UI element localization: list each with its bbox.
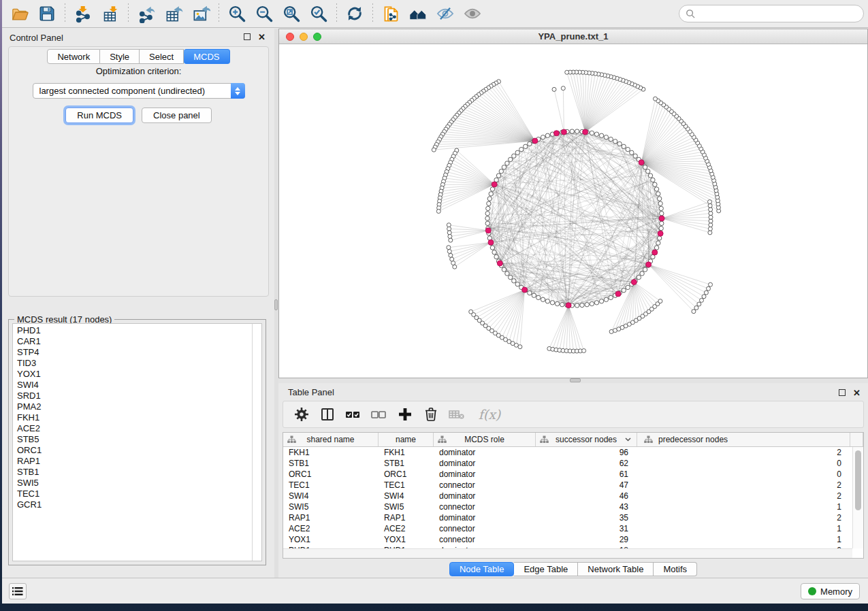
graph-node[interactable]: [707, 286, 711, 291]
cell-MCDS-role[interactable]: connector: [434, 534, 536, 545]
add-column-icon[interactable]: [393, 404, 417, 425]
graph-node[interactable]: [490, 187, 494, 191]
graph-node[interactable]: [552, 87, 556, 91]
graph-node[interactable]: [604, 135, 608, 139]
graph-node[interactable]: [613, 139, 617, 144]
optimization-criterion-select[interactable]: largest connected component (undirected): [33, 83, 245, 99]
mcds-node[interactable]: [561, 129, 566, 135]
result-node-item[interactable]: RAP1: [17, 456, 261, 467]
graph-node[interactable]: [512, 279, 516, 283]
run-mcds-button[interactable]: Run MCDS: [65, 108, 133, 123]
graph-node[interactable]: [609, 137, 613, 141]
graph-node[interactable]: [590, 131, 594, 135]
scrollbar-thumb[interactable]: [855, 450, 861, 510]
tab-edge-table[interactable]: Edge Table: [514, 562, 578, 576]
result-node-item[interactable]: SWI4: [17, 380, 261, 391]
table-row[interactable]: SWI5SWI5connector431: [283, 501, 852, 512]
result-node-item[interactable]: STP4: [17, 347, 261, 358]
graph-node[interactable]: [694, 306, 698, 310]
graph-node[interactable]: [447, 227, 451, 231]
result-node-item[interactable]: TEC1: [17, 489, 261, 499]
mcds-node[interactable]: [631, 280, 637, 285]
tab-network-table[interactable]: Network Table: [578, 562, 654, 576]
cell-MCDS-role[interactable]: dominator: [434, 491, 536, 501]
cell-MCDS-role[interactable]: connector: [434, 523, 536, 534]
graph-node[interactable]: [604, 297, 608, 301]
mcds-node[interactable]: [652, 250, 658, 255]
graph-node[interactable]: [658, 299, 662, 303]
graph-node[interactable]: [528, 142, 532, 146]
result-node-item[interactable]: PHD1: [17, 325, 261, 336]
graph-node[interactable]: [485, 216, 489, 220]
table-horizontal-scrollbar[interactable]: [283, 548, 852, 558]
cell-name[interactable]: STB1: [379, 458, 434, 469]
delete-column-icon[interactable]: [419, 404, 443, 425]
graph-node[interactable]: [485, 212, 489, 216]
mcds-node[interactable]: [658, 231, 663, 236]
result-node-item[interactable]: CAR1: [17, 336, 261, 347]
cell-successor-nodes[interactable]: 29: [536, 534, 637, 545]
graph-node[interactable]: [486, 206, 490, 210]
graph-node[interactable]: [594, 301, 598, 305]
mcds-node[interactable]: [497, 261, 502, 266]
result-node-item[interactable]: ACE2: [17, 423, 261, 434]
graph-node[interactable]: [509, 157, 513, 161]
cell-name[interactable]: FKH1: [379, 447, 434, 458]
graph-node[interactable]: [451, 261, 455, 265]
cell-name[interactable]: RAP1: [379, 512, 434, 523]
import-table-icon[interactable]: [97, 2, 124, 25]
cell-MCDS-role[interactable]: dominator: [434, 469, 536, 480]
graph-node[interactable]: [637, 275, 641, 279]
export-table-icon[interactable]: [160, 2, 187, 25]
graph-node[interactable]: [485, 221, 489, 225]
zoom-out-icon[interactable]: [251, 2, 278, 25]
graph-node[interactable]: [489, 192, 493, 196]
graph-node[interactable]: [660, 212, 664, 216]
graph-node[interactable]: [659, 206, 663, 210]
graph-node[interactable]: [709, 212, 713, 216]
graph-node[interactable]: [487, 197, 492, 201]
mcds-node[interactable]: [553, 131, 559, 136]
cell-shared-name[interactable]: FKH1: [283, 447, 379, 458]
graph-node[interactable]: [609, 295, 613, 299]
graph-node[interactable]: [447, 231, 451, 235]
graph-node[interactable]: [575, 129, 579, 133]
graph-node[interactable]: [447, 246, 451, 250]
splitter-grip[interactable]: [570, 378, 581, 382]
table-row[interactable]: ACE2ACE2connector311: [283, 523, 852, 534]
result-node-item[interactable]: YOX1: [17, 369, 261, 380]
mcds-node[interactable]: [583, 129, 588, 135]
graph-node[interactable]: [505, 271, 509, 276]
graph-node[interactable]: [496, 174, 500, 178]
graph-node[interactable]: [709, 208, 713, 212]
cell-shared-name[interactable]: ORC1: [283, 469, 379, 480]
cell-predecessor-nodes[interactable]: 2: [637, 512, 850, 523]
column-header-shared-name[interactable]: shared name: [283, 433, 379, 446]
cell-name[interactable]: ORC1: [379, 469, 434, 480]
graph-node[interactable]: [622, 288, 626, 293]
cell-predecessor-nodes[interactable]: 1: [637, 534, 850, 545]
table-row[interactable]: SWI4SWI4dominator462: [283, 491, 852, 501]
close-panel-icon[interactable]: ✕: [852, 389, 861, 397]
cell-successor-nodes[interactable]: 43: [536, 501, 637, 512]
tab-network[interactable]: Network: [47, 49, 100, 64]
graph-node[interactable]: [555, 301, 559, 306]
graph-node[interactable]: [594, 132, 598, 136]
deselect-all-icon[interactable]: [368, 404, 391, 425]
graph-node[interactable]: [575, 303, 579, 308]
network-window-titlebar[interactable]: YPA_prune.txt_1: [279, 29, 867, 44]
result-node-item[interactable]: STB1: [17, 467, 261, 478]
table-row[interactable]: RAP1RAP1dominator352: [283, 512, 852, 523]
column-header-successor-nodes[interactable]: successor nodes: [536, 433, 637, 446]
cell-MCDS-role[interactable]: dominator: [434, 447, 536, 458]
graph-node[interactable]: [590, 301, 594, 306]
column-header-name[interactable]: name: [379, 433, 434, 446]
graph-node[interactable]: [515, 282, 519, 286]
apply-preferred-layout-icon[interactable]: [341, 2, 368, 25]
zoom-fit-icon[interactable]: [278, 2, 305, 25]
graph-node[interactable]: [654, 246, 658, 250]
mcds-result-list[interactable]: PHD1CAR1STP4TID3YOX1SWI4SRD1PMA2FKH1ACE2…: [12, 323, 262, 561]
cell-MCDS-role[interactable]: connector: [434, 501, 536, 512]
graph-node[interactable]: [626, 147, 630, 151]
result-node-item[interactable]: PMA2: [17, 401, 261, 412]
